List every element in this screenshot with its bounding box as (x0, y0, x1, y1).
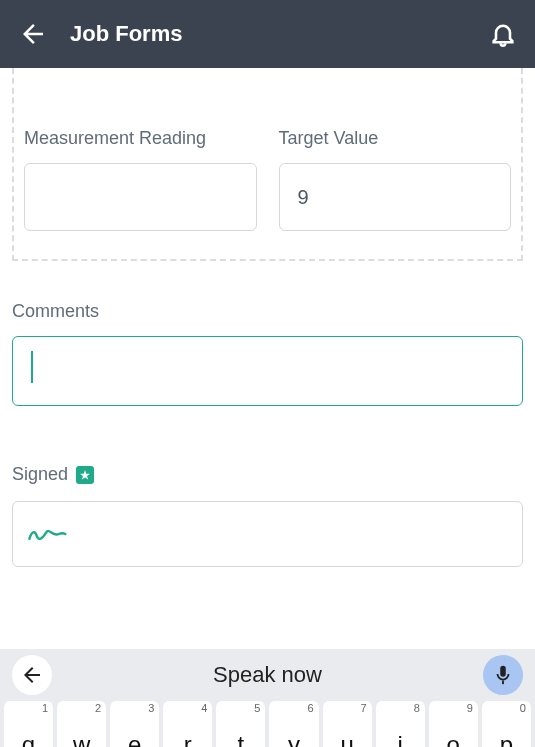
required-badge-icon (76, 466, 94, 484)
key-superscript: 2 (95, 702, 101, 714)
notifications-icon[interactable] (489, 20, 517, 48)
key-superscript: 7 (361, 702, 367, 714)
key-letter: w (73, 733, 90, 747)
signed-label: Signed (12, 464, 68, 485)
keyboard-back-button[interactable] (12, 655, 52, 695)
text-cursor (31, 351, 33, 383)
page-title: Job Forms (70, 21, 182, 47)
key-i[interactable]: 8i (376, 701, 425, 747)
target-input[interactable]: 9 (279, 163, 512, 231)
measurement-field: Measurement Reading (24, 128, 257, 231)
signature-input[interactable] (12, 501, 523, 567)
app-header: Job Forms (0, 0, 535, 68)
target-field: Target Value 9 (279, 128, 512, 231)
target-value: 9 (298, 186, 309, 209)
key-superscript: 9 (467, 702, 473, 714)
key-letter: p (500, 733, 513, 747)
key-letter: o (447, 733, 460, 747)
key-superscript: 8 (414, 702, 420, 714)
key-superscript: 1 (42, 702, 48, 714)
reading-card: Measurement Reading Target Value 9 (12, 68, 523, 261)
key-q[interactable]: 1q (4, 701, 53, 747)
comments-input[interactable] (12, 336, 523, 406)
key-p[interactable]: 0p (482, 701, 531, 747)
comments-label: Comments (12, 301, 523, 322)
signed-title: Signed (12, 464, 523, 485)
key-superscript: 0 (520, 702, 526, 714)
key-y[interactable]: 6y (269, 701, 318, 747)
back-arrow-icon[interactable] (18, 19, 48, 49)
key-superscript: 6 (307, 702, 313, 714)
key-letter: t (238, 733, 245, 747)
target-label: Target Value (279, 128, 512, 149)
header-left: Job Forms (18, 19, 182, 49)
key-o[interactable]: 9o (429, 701, 478, 747)
keyboard-prompt: Speak now (213, 662, 322, 688)
keyboard-toolbar: Speak now (0, 649, 535, 701)
key-superscript: 5 (254, 702, 260, 714)
signature-mark-icon (27, 522, 67, 546)
key-u[interactable]: 7u (323, 701, 372, 747)
comments-section: Comments (12, 301, 523, 406)
key-t[interactable]: 5t (216, 701, 265, 747)
measurement-label: Measurement Reading (24, 128, 257, 149)
svg-rect-0 (502, 681, 504, 685)
key-superscript: 3 (148, 702, 154, 714)
key-letter: u (340, 733, 353, 747)
key-r[interactable]: 4r (163, 701, 212, 747)
key-letter: q (22, 733, 35, 747)
measurement-input[interactable] (24, 163, 257, 231)
microphone-button[interactable] (483, 655, 523, 695)
keyboard-row: 1q2w3e4r5t6y7u8i9o0p (0, 701, 535, 747)
key-letter: i (398, 733, 403, 747)
soft-keyboard: Speak now 1q2w3e4r5t6y7u8i9o0p (0, 649, 535, 747)
key-superscript: 4 (201, 702, 207, 714)
key-letter: y (288, 733, 300, 747)
key-letter: e (128, 733, 141, 747)
key-w[interactable]: 2w (57, 701, 106, 747)
signed-section: Signed (12, 464, 523, 567)
key-letter: r (184, 733, 192, 747)
key-e[interactable]: 3e (110, 701, 159, 747)
